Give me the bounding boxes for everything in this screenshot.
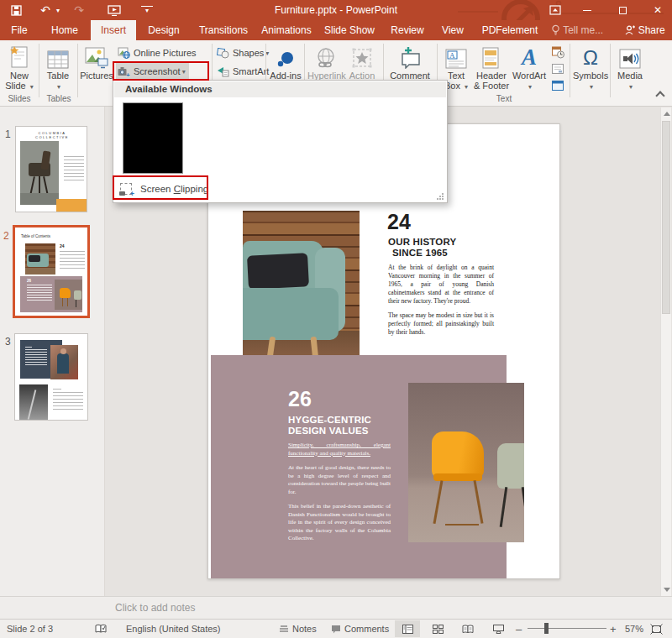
thumb2-chair-photo [55, 280, 82, 310]
screenshot-label: Screenshot [134, 66, 181, 76]
caret-down-icon: ▾ [590, 83, 593, 91]
hyperlink-icon [307, 44, 344, 71]
language-button[interactable]: English (United States) [126, 620, 221, 638]
thumbnail-number-2: 2 [3, 230, 9, 242]
tab-home[interactable]: Home [44, 20, 86, 40]
media-button[interactable]: Media▾ [613, 44, 647, 104]
group-label-slides: Slides [0, 94, 39, 103]
section-24-paragraph-1: At the brink of daylight on a quaint Van… [388, 264, 494, 306]
slide-number-icon [552, 64, 564, 74]
thumb3-road-photo [19, 384, 48, 420]
smartart-label: SmartArt [233, 66, 269, 76]
tab-view[interactable]: View [435, 20, 470, 40]
screenshot-button[interactable]: + Screenshot ▾ [116, 63, 189, 80]
section-26-title-line2: DESIGN VALUES [288, 426, 369, 437]
ribbon-tab-bar: File Home Insert Design Transitions Anim… [0, 20, 672, 40]
tell-me-box[interactable]: Tell me... [551, 20, 625, 40]
tab-insert[interactable]: Insert [91, 20, 136, 40]
section-24-body[interactable]: At the brink of daylight on a quaint Van… [388, 264, 494, 343]
action-icon [344, 44, 380, 71]
thumb2-mauve-block: 26 [20, 276, 82, 312]
section-24-paragraph-2: The space may be modest in size but it i… [388, 311, 494, 337]
tell-me-label: Tell me... [563, 24, 603, 36]
ribbon-display-options-button[interactable] [543, 0, 568, 20]
orange-chair [432, 431, 484, 478]
section-24-title-line1[interactable]: OUR HISTORY [388, 237, 456, 248]
tab-file[interactable]: File [0, 20, 39, 40]
comments-toggle[interactable]: Comments [331, 620, 389, 638]
screen-clipping-label: Screen Clipping [140, 184, 208, 194]
tab-pdfelement[interactable]: PDFelement [475, 20, 544, 40]
fit-to-window-icon [650, 624, 663, 635]
thumbnail-number-3: 3 [5, 336, 11, 348]
slide-thumbnail-1[interactable]: COLUMBIA COLLECTIVE [15, 126, 87, 212]
spellcheck-button[interactable] [95, 620, 108, 638]
pictures-button[interactable]: Pictures [80, 44, 113, 104]
slide-counter: Slide 2 of 3 [7, 620, 53, 638]
fit-to-window-button[interactable] [650, 620, 663, 638]
notes-icon [279, 625, 289, 633]
symbols-button[interactable]: Ω Symbols▾ [573, 44, 608, 104]
sofa-photo[interactable] [243, 211, 360, 370]
thumbnail-number-1: 1 [5, 128, 11, 140]
tab-slide-show[interactable]: Slide Show [319, 20, 380, 40]
powerpoint-window: ↶ ▾ ↷ ▾ Furniture.pptx - PowerPoint ✕ Fi… [0, 0, 672, 638]
tab-transitions[interactable]: Transitions [192, 20, 255, 40]
normal-view-button[interactable] [395, 620, 420, 637]
zoom-out-button[interactable]: – [516, 620, 522, 638]
table-icon [40, 44, 76, 71]
slide-thumbnail-3[interactable] [14, 333, 88, 421]
svg-text:+: + [126, 71, 130, 77]
notes-pane[interactable]: Click to add notes [0, 596, 672, 619]
header-footer-icon [472, 44, 511, 71]
header-footer-label: Header & Footer [474, 71, 509, 91]
notes-toggle-label: Notes [292, 624, 317, 634]
zoom-level[interactable]: 57% [625, 620, 643, 638]
share-label: Share [638, 24, 665, 36]
slide-number-button[interactable] [549, 60, 566, 77]
smartart-button[interactable]: SmartArt [215, 63, 269, 80]
scroll-up-arrow[interactable] [664, 112, 670, 116]
slideshow-view-button[interactable] [486, 620, 511, 637]
section-26-paragraph-1: At the heart of good design, there needs… [288, 464, 391, 496]
vertical-scrollbar[interactable] [660, 107, 671, 596]
tab-animations[interactable]: Animations [255, 20, 318, 40]
zoom-slider-track[interactable] [528, 628, 606, 629]
reading-view-button[interactable] [455, 620, 480, 637]
thumb2-sofa-photo [25, 243, 55, 275]
close-button[interactable]: ✕ [645, 0, 670, 20]
thumb2-title: Table of Contents [21, 234, 50, 238]
omega-icon: Ω [573, 44, 608, 71]
notes-toggle[interactable]: Notes [279, 620, 317, 638]
online-pictures-button[interactable]: Online Pictures [116, 44, 197, 61]
screenshot-dropdown-menu: Available Windows + Screen Clipping [113, 80, 448, 203]
resize-grip-icon[interactable] [436, 192, 444, 201]
section-24-title-line2[interactable]: SINCE 1965 [392, 248, 448, 259]
maximize-button[interactable] [610, 0, 635, 20]
pictures-label: Pictures [80, 71, 113, 81]
scroll-down-arrow[interactable] [664, 588, 670, 592]
window-title: Furniture.pptx - PowerPoint [0, 0, 672, 20]
caret-down-icon: ▾ [629, 83, 633, 91]
collapse-ribbon-button[interactable] [657, 92, 664, 99]
tab-review[interactable]: Review [385, 20, 430, 40]
minimize-button[interactable] [575, 0, 600, 20]
new-slide-icon [0, 44, 39, 71]
share-button[interactable]: Share [618, 20, 672, 40]
slide-sorter-view-button[interactable] [425, 620, 450, 637]
notes-placeholder[interactable]: Click to add notes [115, 602, 195, 614]
date-time-button[interactable] [549, 44, 566, 60]
wordart-label: WordArt [512, 71, 546, 81]
zoom-slider-handle[interactable] [544, 623, 549, 634]
scrollbar-thumb[interactable] [662, 121, 670, 314]
chairs-photo[interactable] [408, 383, 524, 542]
zoom-in-button[interactable]: + [610, 620, 617, 638]
object-button[interactable] [549, 77, 566, 94]
section-24-number[interactable]: 24 [387, 212, 411, 233]
slide-thumbnail-2[interactable]: Table of Contents 24 26 [13, 225, 90, 318]
shapes-button[interactable]: Shapes ▾ [215, 44, 269, 61]
tab-design[interactable]: Design [141, 20, 186, 40]
screen-clipping-item[interactable]: + Screen Clipping [117, 180, 208, 198]
symbols-label: Symbols [573, 71, 608, 81]
available-window-thumbnail[interactable] [123, 102, 183, 174]
